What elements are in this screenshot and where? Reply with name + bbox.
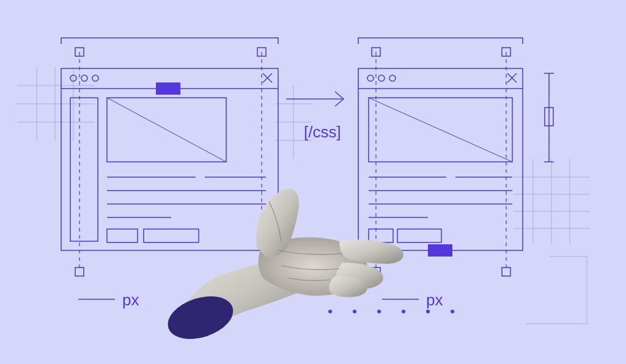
window-controls-icon bbox=[367, 75, 396, 81]
hand-gesture-icon bbox=[163, 189, 403, 346]
wireframe-window-right bbox=[358, 68, 523, 257]
svg-point-74 bbox=[451, 310, 454, 313]
window-controls-icon bbox=[70, 75, 98, 81]
px-label-left: px bbox=[122, 291, 139, 309]
svg-rect-40 bbox=[70, 98, 98, 241]
svg-rect-21 bbox=[75, 268, 84, 276]
slider-vertical bbox=[544, 73, 554, 162]
active-tab-indicator bbox=[156, 82, 180, 95]
svg-rect-48 bbox=[107, 229, 138, 242]
svg-point-71 bbox=[377, 310, 381, 313]
image-placeholder-icon bbox=[369, 98, 512, 162]
svg-rect-49 bbox=[144, 229, 199, 242]
image-placeholder-icon bbox=[107, 98, 226, 162]
px-label-left-group: px bbox=[78, 291, 139, 309]
svg-rect-33 bbox=[61, 68, 278, 250]
css-tag-label: [/css] bbox=[304, 123, 341, 141]
svg-rect-50 bbox=[358, 68, 523, 250]
svg-point-54 bbox=[389, 75, 396, 81]
svg-point-36 bbox=[81, 75, 87, 81]
close-icon bbox=[507, 73, 517, 82]
svg-point-73 bbox=[426, 310, 430, 313]
svg-rect-28 bbox=[502, 268, 510, 276]
bracket-top-right bbox=[358, 38, 523, 44]
svg-line-42 bbox=[107, 98, 226, 162]
wireframe-window-left bbox=[61, 68, 278, 250]
svg-rect-65 bbox=[397, 229, 441, 242]
dotted-row bbox=[328, 310, 454, 313]
px-label-right: px bbox=[426, 291, 443, 309]
svg-point-37 bbox=[92, 75, 98, 81]
svg-point-72 bbox=[402, 310, 405, 313]
svg-point-69 bbox=[328, 310, 332, 313]
bracket-top-left bbox=[61, 38, 278, 44]
svg-point-53 bbox=[378, 75, 385, 81]
svg-point-70 bbox=[353, 310, 356, 313]
active-indicator-bottom bbox=[428, 244, 452, 257]
px-label-right-group: px bbox=[382, 291, 443, 309]
svg-point-52 bbox=[367, 75, 374, 81]
svg-line-58 bbox=[369, 98, 512, 162]
close-icon bbox=[263, 73, 272, 82]
